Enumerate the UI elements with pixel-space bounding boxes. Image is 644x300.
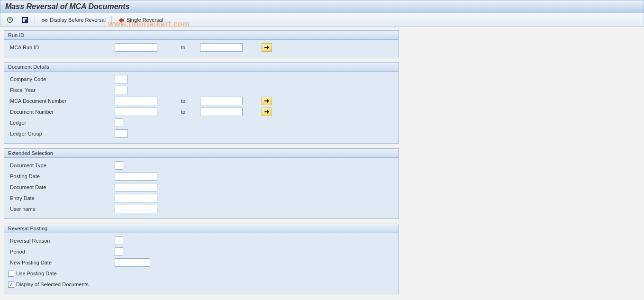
doc-no-multiselect-button[interactable] — [262, 108, 272, 116]
label-display-selected: Display of Selected Documents — [16, 282, 89, 287]
label-entry-date: Entry Date — [8, 195, 115, 201]
label-rev-reason: Reversal Reason — [8, 238, 115, 244]
selection-screen: Run ID MCA Run ID to Document Details Co… — [0, 27, 403, 300]
svg-point-6 — [42, 19, 44, 21]
label-posting-date: Posting Date — [8, 173, 115, 179]
company-code-input[interactable] — [115, 75, 128, 83]
fiscal-year-input[interactable] — [115, 86, 128, 94]
use-posting-date-checkbox[interactable] — [8, 271, 14, 277]
mca-doc-no-to-input[interactable] — [200, 97, 243, 105]
doc-type-input[interactable] — [115, 161, 123, 170]
group-title-extended-selection: Extended Selection — [4, 149, 399, 158]
rev-reason-input[interactable] — [115, 236, 123, 245]
single-reversal-icon — [118, 16, 125, 24]
label-period: Period — [8, 249, 115, 255]
user-name-input[interactable] — [115, 205, 157, 213]
entry-date-input[interactable] — [115, 194, 157, 202]
label-fiscal-year: Fiscal Year — [8, 87, 115, 93]
get-variant-button[interactable] — [19, 15, 31, 25]
mca-run-id-to-input[interactable] — [200, 43, 243, 52]
doc-date-input[interactable] — [115, 183, 157, 191]
mca-run-id-from-input[interactable] — [115, 43, 157, 52]
single-reversal-label: Single Reversal — [127, 17, 163, 23]
svg-rect-4 — [23, 18, 25, 22]
label-doc-date: Document Date — [8, 184, 115, 190]
label-user-name: User name — [8, 206, 115, 212]
label-new-posting-date: New Posting Date — [8, 260, 115, 265]
label-to: to — [181, 98, 200, 104]
display-before-reversal-button[interactable]: Display Before Reversal — [39, 15, 108, 25]
group-run-id: Run ID MCA Run ID to — [4, 30, 399, 57]
group-extended-selection: Extended Selection Document Type Posting… — [4, 148, 399, 219]
arrow-right-icon — [264, 109, 270, 114]
svg-rect-5 — [25, 18, 27, 19]
group-document-details: Document Details Company Code Fiscal Yea… — [4, 62, 399, 144]
ledger-group-input[interactable] — [115, 129, 128, 138]
period-input[interactable] — [115, 247, 123, 256]
svg-point-7 — [45, 19, 47, 21]
group-reversal-posting: Reversal Posting Reversal Reason Period … — [4, 224, 399, 294]
label-ledger: Ledger — [8, 120, 115, 126]
label-to: to — [181, 109, 200, 115]
label-doc-type: Document Type — [8, 163, 115, 168]
group-title-run-id: Run ID — [4, 31, 399, 40]
doc-no-from-input[interactable] — [115, 108, 157, 116]
label-mca-doc-no: MCA Document Number — [8, 98, 115, 104]
ledger-input[interactable] — [115, 118, 123, 127]
mca-run-id-multiselect-button[interactable] — [262, 43, 272, 52]
mca-doc-no-multiselect-button[interactable] — [262, 97, 272, 105]
toolbar-separator — [35, 16, 35, 24]
mca-doc-no-from-input[interactable] — [115, 97, 157, 105]
arrow-right-icon — [264, 99, 270, 103]
execute-button[interactable] — [4, 15, 16, 25]
application-toolbar: Display Before Reversal Single Reversal — [0, 13, 644, 27]
display-before-reversal-label: Display Before Reversal — [50, 17, 106, 23]
label-to: to — [181, 45, 200, 50]
posting-date-input[interactable] — [115, 172, 157, 181]
toolbar-separator — [111, 16, 112, 24]
arrow-right-icon — [264, 45, 270, 50]
glasses-icon — [41, 16, 48, 24]
display-selected-checkbox[interactable] — [8, 282, 14, 288]
row-mca-run-id: MCA Run ID to — [8, 42, 395, 53]
label-company-code: Company Code — [8, 76, 115, 82]
label-use-posting-date: Use Posting Date — [16, 271, 57, 276]
group-title-document-details: Document Details — [4, 63, 399, 72]
label-doc-no: Document Number — [8, 109, 115, 115]
execute-icon — [6, 16, 14, 24]
doc-no-to-input[interactable] — [200, 108, 243, 116]
single-reversal-button[interactable]: Single Reversal — [116, 15, 165, 25]
group-title-reversal-posting: Reversal Posting — [4, 224, 399, 233]
page-title: Mass Reversal of MCA Documents — [0, 0, 644, 13]
get-variant-icon — [21, 16, 29, 24]
new-posting-date-input[interactable] — [115, 258, 150, 267]
label-mca-run-id: MCA Run ID — [8, 45, 115, 50]
label-ledger-group: Ledger Group — [8, 131, 115, 136]
